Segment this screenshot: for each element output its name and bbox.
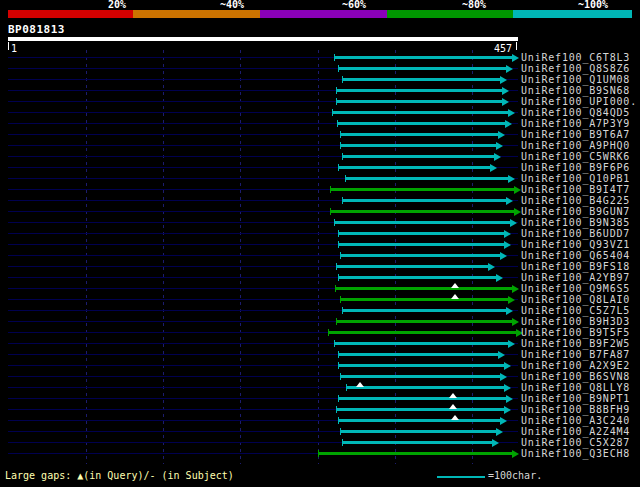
hit-label[interactable]: UniRef100_A2YB97 — [521, 272, 630, 283]
hit-label[interactable]: UniRef100_Q8LLY8 — [521, 382, 630, 393]
hit-label[interactable]: UniRef100_C5X287 — [521, 437, 630, 448]
hit-span-bar[interactable] — [334, 56, 512, 59]
hit-label[interactable]: UniRef100_B9I4T7 — [521, 184, 630, 195]
hit-span-bar[interactable] — [338, 67, 506, 70]
hit-label[interactable]: UniRef100_Q93VZ1 — [521, 239, 630, 250]
hit-label[interactable]: UniRef100_B9F2W5 — [521, 338, 630, 349]
alignment-row: UniRef100_Q8LAI0 — [0, 294, 640, 305]
hit-label[interactable]: UniRef100_B9T6A7 — [521, 129, 630, 140]
hit-span-bar[interactable] — [342, 199, 506, 202]
hit-span-bar[interactable] — [338, 276, 496, 279]
hit-label[interactable]: UniRef100_Q84QD5 — [521, 107, 630, 118]
hit-span-bar[interactable] — [340, 298, 508, 301]
identity-80-segment — [387, 10, 513, 18]
hit-label[interactable]: UniRef100_B9N385 — [521, 217, 630, 228]
hit-label[interactable]: UniRef100_C6T8L3 — [521, 52, 630, 63]
hit-span-bar[interactable] — [328, 331, 516, 334]
hit-label[interactable]: UniRef100_Q10PB1 — [521, 173, 630, 184]
hit-span-bar[interactable] — [334, 342, 508, 345]
hit-label[interactable]: UniRef100_B6UDD7 — [521, 228, 630, 239]
hit-label[interactable]: UniRef100_A2Z4M4 — [521, 426, 630, 437]
hit-label[interactable]: UniRef100_Q9M6S5 — [521, 283, 630, 294]
hit-label[interactable]: UniRef100_A7P3Y9 — [521, 118, 630, 129]
alignment-row: UniRef100_Q8LLY8 — [0, 382, 640, 393]
hit-label[interactable]: UniRef100_A9PHQ0 — [521, 140, 630, 151]
hit-label[interactable]: UniRef100_Q65404 — [521, 250, 630, 261]
hit-span-bar[interactable] — [342, 441, 492, 444]
alignment-row: UniRef100_C5WRK6 — [0, 151, 640, 162]
hit-span-bar[interactable] — [332, 111, 508, 114]
hit-label[interactable]: UniRef100_B7FA87 — [521, 349, 630, 360]
hit-start-tick — [340, 252, 341, 259]
hit-span-bar[interactable] — [334, 221, 510, 224]
right-arrow-icon — [508, 340, 515, 348]
hit-span-bar[interactable] — [340, 133, 498, 136]
right-arrow-icon — [505, 120, 512, 128]
hit-label[interactable]: UniRef100_B6SVN8 — [521, 371, 630, 382]
hit-span-bar[interactable] — [338, 166, 490, 169]
hit-label[interactable]: UniRef100_B8BFH9 — [521, 404, 630, 415]
hit-span-bar[interactable] — [345, 177, 508, 180]
hit-span-bar[interactable] — [330, 188, 514, 191]
key-label: ~100% — [578, 0, 608, 10]
hit-span-bar[interactable] — [335, 287, 512, 290]
hit-span-bar[interactable] — [336, 265, 488, 268]
hit-span-bar[interactable] — [336, 320, 512, 323]
right-arrow-icon — [500, 252, 507, 260]
hit-span-bar[interactable] — [338, 353, 498, 356]
hit-label[interactable]: UniRef100_B9FS18 — [521, 261, 630, 272]
right-arrow-icon — [508, 109, 515, 117]
hit-label[interactable]: UniRef100_A2X9E2 — [521, 360, 630, 371]
alignment-row: UniRef100_A7P3Y9 — [0, 118, 640, 129]
hit-label[interactable]: UniRef100_Q8LAI0 — [521, 294, 630, 305]
hit-start-tick — [318, 450, 319, 457]
hit-span-bar[interactable] — [340, 430, 496, 433]
hit-label[interactable]: UniRef100_UPI000. — [521, 96, 637, 107]
hit-label[interactable]: UniRef100_C5WRK6 — [521, 151, 630, 162]
right-arrow-icon — [498, 131, 505, 139]
hit-label[interactable]: UniRef100_C5Z7L5 — [521, 305, 630, 316]
hit-span-bar[interactable] — [346, 386, 504, 389]
hit-start-tick — [328, 329, 329, 336]
hit-label[interactable]: UniRef100_B9H3D3 — [521, 316, 630, 327]
hit-span-bar[interactable] — [342, 78, 500, 81]
hit-span-bar[interactable] — [336, 100, 502, 103]
hit-span-bar[interactable] — [336, 89, 502, 92]
hit-span-bar[interactable] — [342, 309, 506, 312]
hit-span-bar[interactable] — [340, 254, 500, 257]
hit-span-bar[interactable] — [330, 210, 514, 213]
right-arrow-icon — [502, 87, 509, 95]
hit-span-bar[interactable] — [338, 419, 500, 422]
identity-40-segment — [133, 10, 260, 18]
hit-label[interactable]: UniRef100_Q1UM08 — [521, 74, 630, 85]
alignment-row: UniRef100_Q9M6S5 — [0, 283, 640, 294]
hit-label[interactable]: UniRef100_B9SN68 — [521, 85, 630, 96]
hit-label[interactable]: UniRef100_Q8S8Z6 — [521, 63, 630, 74]
hit-span-bar[interactable] — [340, 144, 496, 147]
hit-span-bar[interactable] — [340, 375, 500, 378]
hit-span-bar[interactable] — [338, 364, 504, 367]
hit-start-tick — [334, 54, 335, 61]
alignment-row: UniRef100_A2Z4M4 — [0, 426, 640, 437]
hit-label[interactable]: UniRef100_B9NPT1 — [521, 393, 630, 404]
hit-start-tick — [345, 175, 346, 182]
hit-span-bar[interactable] — [318, 452, 512, 455]
hit-label[interactable]: UniRef100_B4G225 — [521, 195, 630, 206]
hit-label[interactable]: UniRef100_B9GUN7 — [521, 206, 630, 217]
hit-span-bar[interactable] — [342, 155, 494, 158]
hit-span-bar[interactable] — [336, 408, 504, 411]
hit-label[interactable]: UniRef100_Q3ECH8 — [521, 448, 630, 459]
hit-start-tick — [336, 98, 337, 105]
hit-span-bar[interactable] — [338, 243, 504, 246]
hit-span-bar[interactable] — [338, 232, 504, 235]
hit-label[interactable]: UniRef100_B9T5F5 — [521, 327, 630, 338]
hit-label[interactable]: UniRef100_B9F6P6 — [521, 162, 630, 173]
hit-span-bar[interactable] — [337, 122, 505, 125]
right-arrow-icon — [490, 164, 497, 172]
alignment-row: UniRef100_C5X287 — [0, 437, 640, 448]
hit-label[interactable]: UniRef100_A3C240 — [521, 415, 630, 426]
hit-span-bar[interactable] — [338, 397, 506, 400]
blast-alignment-overview: 20%~40%~60%~80%~100% BP081813 1 457 UniR… — [0, 0, 640, 487]
right-arrow-icon — [508, 175, 515, 183]
alignment-row: UniRef100_C5Z7L5 — [0, 305, 640, 316]
